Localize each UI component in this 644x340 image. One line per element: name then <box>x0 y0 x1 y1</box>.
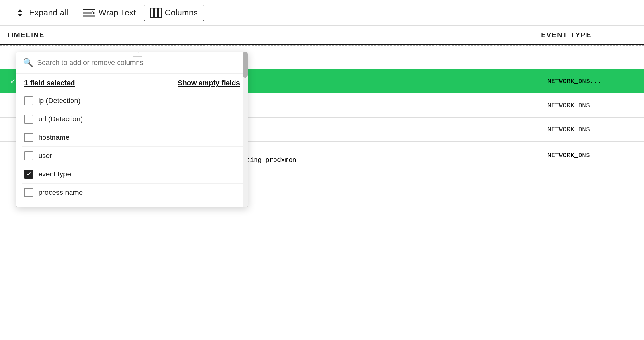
columns-search-input[interactable] <box>37 59 241 67</box>
field-item-user[interactable]: user <box>22 147 243 165</box>
field-label-process_name: process name <box>38 188 83 197</box>
columns-dropdown: 🔍 1 field selected Show empty fields ip … <box>16 52 248 207</box>
row-event-type: NETWORK_DNS <box>547 126 638 133</box>
field-label-url: url (Detection) <box>38 115 83 123</box>
svg-rect-4 <box>154 8 158 18</box>
dropdown-scrollbar-track[interactable] <box>243 52 248 207</box>
dropdown-scrollbar-thumb[interactable] <box>243 52 248 78</box>
field-checkbox-ip[interactable] <box>24 96 33 105</box>
field-checkbox-user[interactable] <box>24 151 33 160</box>
wrap-text-icon <box>83 8 95 17</box>
row-event-type: NETWORK_DNS... <box>547 78 638 85</box>
columns-button[interactable]: Columns <box>144 5 205 21</box>
expand-all-label: Expand all <box>29 8 68 18</box>
timeline-column-header: TIMELINE <box>6 31 103 39</box>
wrap-text-label: Wrap Text <box>98 8 136 18</box>
event-type-column-header: EVENT TYPE <box>541 31 638 39</box>
dropdown-search-area: 🔍 <box>16 52 248 74</box>
field-label-ip: ip (Detection) <box>38 97 81 105</box>
field-label-event_type: event type <box>38 170 71 178</box>
dropdown-header: 1 field selected Show empty fields <box>16 74 248 90</box>
field-item-url[interactable]: url (Detection) <box>22 110 243 128</box>
field-label-hostname: hostname <box>38 133 70 142</box>
show-empty-fields-button[interactable]: Show empty fields <box>178 79 240 87</box>
columns-icon <box>150 8 162 18</box>
field-checkbox-process_name[interactable] <box>24 188 33 197</box>
svg-rect-5 <box>158 8 161 18</box>
bottom-row-event-type: NETWORK_DNS <box>547 152 638 159</box>
expand-all-icon <box>14 7 26 19</box>
columns-label: Columns <box>165 8 198 18</box>
dropdown-search-icon: 🔍 <box>23 58 33 68</box>
field-item-ip[interactable]: ip (Detection) <box>22 92 243 110</box>
expand-all-button[interactable]: Expand all <box>6 4 76 22</box>
field-checkbox-url[interactable] <box>24 115 33 124</box>
field-checkbox-hostname[interactable] <box>24 133 33 142</box>
field-item-process_name[interactable]: process name <box>22 184 243 202</box>
field-list: ip (Detection)url (Detection)hostnameuse… <box>16 90 248 207</box>
toolbar: Expand all Wrap Text Columns <box>0 0 644 26</box>
field-checkbox-event_type[interactable] <box>24 170 33 179</box>
row-event-type: NETWORK_DNS <box>547 102 638 109</box>
main-content: 🔍 TIMELINE EVENT TYPE xx21920704cc--af-c… <box>0 26 644 340</box>
wrap-text-button[interactable]: Wrap Text <box>76 5 143 21</box>
fields-selected-label: 1 field selected <box>24 79 75 87</box>
field-item-event_type[interactable]: event type <box>22 165 243 184</box>
field-item-hostname[interactable]: hostname <box>22 128 243 147</box>
row-checkmark-icon: ✓ <box>11 77 15 86</box>
svg-rect-3 <box>150 8 154 18</box>
field-label-user: user <box>38 152 52 160</box>
table-header: TIMELINE EVENT TYPE <box>0 26 644 45</box>
